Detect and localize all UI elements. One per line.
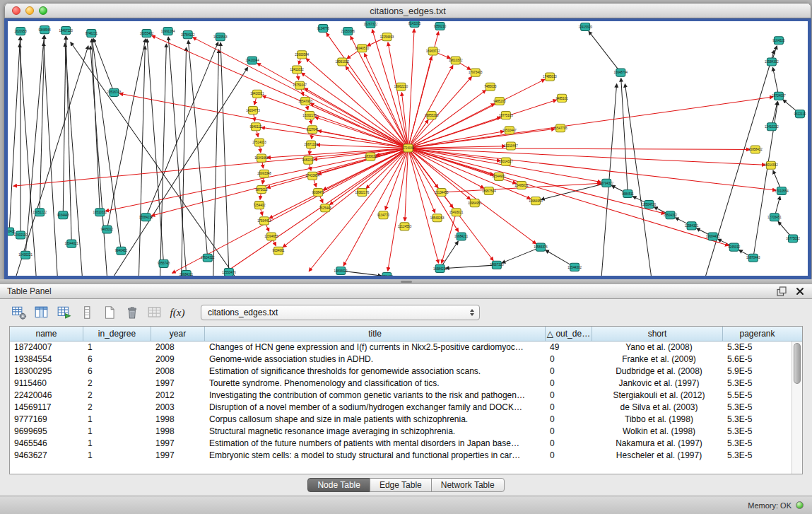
graph-edge[interactable] [625,84,651,276]
graph-node[interactable]: 9482210 [302,156,315,164]
graph-node[interactable]: 18724007 [772,92,786,100]
column-header-year[interactable]: year [151,327,205,341]
graph-node[interactable]: 9346544 [39,26,52,34]
graph-edge[interactable] [13,148,408,186]
column-header-short[interactable]: short [592,327,723,341]
graph-edge[interactable] [90,46,107,276]
window-titlebar[interactable]: citations_edges.txt [4,3,811,18]
graph-edge[interactable] [408,148,531,199]
show-columns-icon[interactable] [33,303,51,322]
graph-node[interactable]: 12254493 [380,33,394,41]
splitter-grip[interactable] [401,281,412,283]
close-window-button[interactable] [12,6,20,15]
graph-node[interactable]: 12394655 [264,233,278,240]
table-row[interactable]: 1872400712008Changes of HCN gene express… [10,341,792,354]
graph-node[interactable]: 12410232 [765,123,779,131]
graph-node[interactable]: 9038471 [312,188,325,196]
graph-edge[interactable] [346,66,408,148]
graph-edge[interactable] [408,132,504,148]
graph-edge[interactable] [262,96,408,148]
graph-node[interactable]: 16341662 [254,154,269,162]
graph-node[interactable]: 16014332 [764,161,778,169]
function-builder-icon[interactable]: f(x) [168,303,187,322]
graph-edge[interactable] [93,39,114,93]
graph-node[interactable]: 15051222 [33,209,47,216]
graph-edge[interactable] [408,29,415,148]
graph-node[interactable]: 21053386 [341,28,355,35]
zoom-window-button[interactable] [39,6,47,15]
graph-node[interactable]: 22600584 [295,51,309,59]
graph-node[interactable]: 16963722 [426,47,440,55]
graph-node[interactable]: 17485033 [543,73,557,81]
graph-node[interactable]: 17973403 [469,69,483,76]
graph-node[interactable]: 12415320 [578,23,592,31]
graph-node[interactable]: 15958432 [748,146,763,153]
delete-table-icon[interactable] [123,303,141,322]
graph-node[interactable]: 1724049 [402,144,415,152]
graph-edge[interactable] [502,247,541,263]
graph-node[interactable]: 9465012 [101,226,114,233]
graph-edge[interactable] [283,148,408,247]
table-row[interactable]: 1938455462009Genome-wide association stu… [10,354,792,366]
graph-edge[interactable] [408,148,729,245]
create-column-icon[interactable] [55,303,73,322]
column-header-in_degree[interactable]: in_degree [83,327,151,341]
graph-node[interactable]: 8143205 [408,21,421,28]
graph-edge[interactable] [302,73,408,148]
graph-edge[interactable] [9,37,20,231]
graph-node[interactable]: 19420021 [250,90,264,98]
graph-edge[interactable] [408,148,536,243]
table-row[interactable]: 1830029562008Estimation of significance … [10,366,792,378]
graph-node[interactable]: 10991284 [161,28,175,35]
graph-node[interactable]: 16584211 [433,264,447,272]
graph-node[interactable]: 18302176 [355,188,370,196]
graph-node[interactable]: 8746231 [86,30,98,37]
graph-node[interactable]: 15495031 [514,181,529,189]
column-header-out_degree[interactable]: △ out_de… [546,327,592,341]
graph-edge[interactable] [408,148,750,149]
graph-node[interactable]: 16055432 [140,30,154,37]
graph-node[interactable]: 16855203 [425,112,439,119]
graph-node[interactable]: 20684311 [180,270,194,276]
row-view-icon[interactable] [78,303,96,322]
graph-node[interactable]: 10430221 [18,251,33,259]
graph-node[interactable]: 10964953 [529,197,543,205]
graph-edge[interactable] [160,44,167,276]
graph-node[interactable]: 17604322 [201,254,215,262]
graph-node[interactable]: 7485033 [484,83,497,90]
table-row[interactable]: 969969511998Structural magnetic resonanc… [10,426,792,438]
table-row[interactable]: 911546021997Tourette syndrome. Phenomeno… [10,378,792,390]
graph-edge[interactable] [589,31,620,72]
graph-node[interactable]: 10964951 [468,199,482,207]
tab-edge-table[interactable]: Edge Table [370,478,432,492]
graph-node[interactable]: 18667320 [490,261,504,269]
graph-edge[interactable] [71,42,235,276]
graph-node[interactable]: 11547706 [553,124,567,132]
graph-node[interactable]: 17010554 [775,187,789,194]
close-panel-icon[interactable] [794,286,805,297]
graph-edge[interactable] [388,42,408,148]
table-row[interactable]: 946362711997Embryonic stem cells: a mode… [10,450,792,462]
graph-edge[interactable] [152,35,408,148]
graph-node[interactable]: 20993348 [257,170,271,177]
graph-node[interactable]: 16684211 [454,233,469,240]
graph-edge[interactable] [326,33,408,148]
graph-edge[interactable] [139,46,145,276]
network-canvas[interactable]: 2620953934654418467220874623116055432109… [4,18,811,279]
graph-edge[interactable] [446,265,497,269]
float-panel-icon[interactable] [776,286,787,297]
graph-node[interactable]: 14833021 [334,267,348,274]
graph-node[interactable]: 9485203 [493,97,506,105]
graph-edge[interactable] [220,42,229,272]
graph-node[interactable]: 20516743 [107,88,122,96]
new-table-icon[interactable] [100,303,119,322]
graph-node[interactable]: 16870443 [746,254,760,262]
graph-node[interactable]: 16267322 [364,21,378,28]
graph-edge[interactable] [44,42,58,276]
graph-node[interactable]: 18467220 [59,27,73,35]
panel-splitter[interactable] [0,279,812,284]
graph-node[interactable]: 15493021 [449,209,464,216]
column-header-title[interactable]: title [205,327,546,341]
table-row[interactable]: 977716911998Corpus callosum shape and si… [10,414,792,426]
graph-node[interactable]: 9485101 [556,94,569,102]
